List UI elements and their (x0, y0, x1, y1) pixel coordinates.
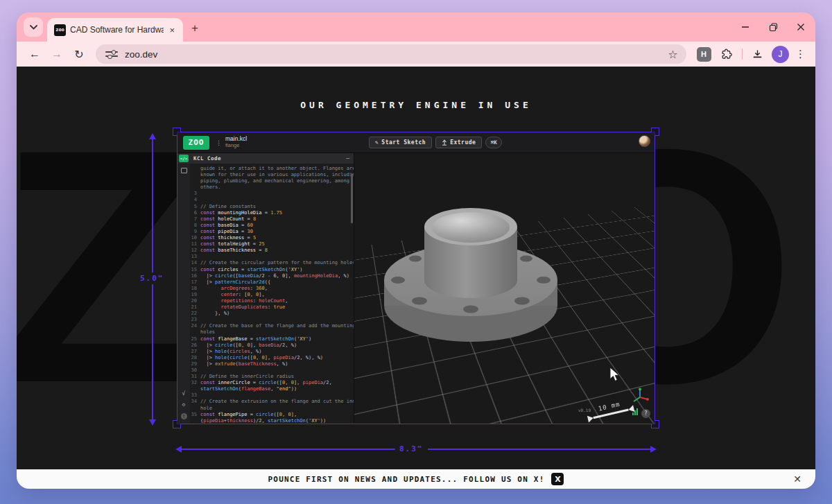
close-icon (797, 23, 805, 31)
browser-menu-button[interactable]: ⋮ (795, 48, 806, 60)
code-line[interactable]: guide it, or attach it to another object… (190, 166, 352, 172)
start-sketch-button[interactable]: ✎ Start Sketch (369, 137, 432, 148)
code-line[interactable]: 26 |> circle([0, 0], baseDia/2, %) (190, 342, 352, 349)
file-tree-icon[interactable] (181, 168, 187, 173)
flange-model[interactable] (367, 173, 575, 353)
code-line[interactable]: 34// Create the extrusion on the flange … (190, 399, 352, 405)
code-panel-title: KCL Code (193, 155, 221, 162)
code-line[interactable]: startSketchOn(flangeBase, "end")) (190, 386, 352, 392)
code-line[interactable]: 9const pipeDia = 30 (190, 229, 352, 235)
3d-viewport[interactable]: v0.19 10 mm ? (354, 153, 655, 424)
extension-h-button[interactable]: H (697, 47, 711, 62)
app-selection-frame: ZOO ⋮ main.kcl flange ✎ Start Sketch (177, 132, 655, 424)
code-line[interactable]: piping, plumbing, and mechanical enginee… (190, 178, 352, 184)
code-line[interactable]: known for their use in various applicati… (190, 172, 352, 178)
site-settings-icon[interactable] (104, 49, 119, 59)
code-line[interactable]: 13 (190, 254, 352, 260)
code-line[interactable]: 24// Create the base of the flange and a… (190, 323, 352, 329)
code-line[interactable]: hole (190, 406, 352, 412)
code-line[interactable]: 35const flangePipe = circle([0, 0], (190, 412, 352, 418)
code-line[interactable]: 31// Define the innerCircle radius (190, 374, 352, 380)
profile-avatar[interactable]: J (772, 46, 789, 63)
code-line[interactable]: 25const flangeBase = startSketchOn('XY') (190, 336, 352, 342)
command-palette-button[interactable]: ⌘K (485, 137, 502, 148)
x-logo-icon[interactable]: X (551, 473, 564, 485)
code-line[interactable]: 11const totalHeight = 25 (190, 241, 352, 247)
code-line[interactable]: 18 arcDegrees: 360, (190, 286, 352, 292)
tab-close-icon[interactable]: × (168, 25, 176, 35)
code-line[interactable]: 10const thickness = 5 (190, 235, 352, 241)
code-line[interactable]: 30 (190, 367, 352, 374)
minimize-icon (741, 23, 749, 31)
promo-banner: POUNCE FIRST ON NEWS AND UPDATES... FOLL… (17, 469, 815, 489)
zoo-logo[interactable]: ZOO (183, 136, 209, 150)
tab-strip: zoo CAD Software for Hardware De × + (17, 12, 815, 42)
code-panel-header[interactable]: </> KCL Code — (177, 153, 354, 164)
downloads-button[interactable] (749, 46, 765, 62)
code-editor[interactable]: guide it, or attach it to another object… (190, 164, 354, 424)
address-bar[interactable]: zoo.dev ☆ (96, 44, 686, 64)
code-line[interactable]: 27 |> hole(circles, %) (190, 349, 352, 355)
code-line[interactable]: others. (190, 184, 352, 191)
bookmark-star-icon[interactable]: ☆ (668, 48, 677, 61)
code-line[interactable]: 16 |> circle([baseDia/2 - 6, 0], mountin… (190, 273, 352, 279)
app-topbar: ZOO ⋮ main.kcl flange ✎ Start Sketch (177, 132, 655, 153)
code-line[interactable]: (pipeDia+thickness)/2, startSketchOn('XY… (190, 418, 352, 424)
code-line[interactable]: holes (190, 329, 352, 336)
code-line[interactable]: 20 repetitions: holeCount, (190, 298, 352, 304)
code-line[interactable]: 3 (190, 191, 352, 197)
window-controls (740, 12, 806, 42)
browser-window: zoo CAD Software for Hardware De × + ← →… (17, 12, 815, 489)
app-menu-dots-icon[interactable]: ⋮ (216, 139, 222, 146)
code-line[interactable]: 15const circles = startSketchOn('XY') (190, 267, 352, 273)
code-scrollbar[interactable] (351, 173, 353, 223)
forward-button[interactable]: → (48, 45, 66, 63)
code-line[interactable]: 32const innerCircle = circle([0, 0], pip… (190, 380, 352, 386)
zoo-design-studio: ZOO ⋮ main.kcl flange ✎ Start Sketch (177, 132, 655, 424)
network-status-icon (632, 408, 638, 415)
code-line[interactable]: 29 |> extrude(baseThickness, %) (190, 361, 352, 367)
close-window-button[interactable] (796, 22, 806, 32)
browser-tab[interactable]: zoo CAD Software for Hardware De × (47, 18, 183, 42)
banner-close-icon[interactable]: ✕ (793, 473, 801, 485)
code-line[interactable]: 33 (190, 392, 352, 399)
tab-search-button[interactable] (24, 17, 43, 37)
code-line[interactable]: 22 }, %) (190, 311, 352, 317)
extrude-label: Extrude (450, 139, 476, 146)
app-actions: ✎ Start Sketch Extrude ⌘K (369, 137, 502, 148)
code-icon: </> (179, 155, 189, 162)
puzzle-icon (721, 49, 733, 60)
code-line[interactable]: 12const baseThickness = 8 (190, 247, 352, 254)
minimize-button[interactable] (740, 22, 750, 32)
code-panel-icon-strip: √ ◇ ! (177, 164, 190, 424)
code-line[interactable]: 23 (190, 317, 352, 323)
app-user-avatar[interactable] (639, 135, 650, 147)
code-line[interactable]: 6const mountingHoleDia = 1.75 (190, 210, 352, 216)
code-line[interactable]: 21 rotateDuplicates: true (190, 304, 352, 311)
back-button[interactable]: ← (26, 45, 44, 63)
code-line[interactable]: 5// Define constants (190, 204, 352, 210)
panel-minimize-icon[interactable]: — (346, 155, 349, 162)
download-icon (752, 49, 763, 60)
gizmo-toggle-icon[interactable]: ◇ (182, 402, 186, 408)
extrude-button[interactable]: Extrude (435, 137, 482, 148)
file-info[interactable]: main.kcl flange (225, 136, 247, 148)
code-line[interactable]: 7const holeCount = 8 (190, 216, 352, 223)
axis-gizmo[interactable] (631, 388, 649, 406)
code-line[interactable]: 19 center: [0, 0], (190, 292, 352, 298)
url-text[interactable]: zoo.dev (125, 49, 668, 60)
restore-icon (769, 23, 778, 32)
code-line[interactable]: 8const baseDia = 60 (190, 223, 352, 229)
code-line[interactable]: 14// Create the circular pattern for the… (190, 260, 352, 266)
code-line[interactable]: 17 |> patternCircular2d({ (190, 279, 352, 286)
new-tab-button[interactable]: + (191, 21, 198, 35)
page-title: OUR GEOMETRY ENGINE IN USE (17, 100, 815, 110)
extensions-puzzle-button[interactable] (719, 46, 736, 62)
code-line[interactable]: 28 |> hole(circle([0, 0], pipeDia/2, %),… (190, 355, 352, 361)
code-line[interactable]: 4 (190, 197, 352, 203)
issues-icon[interactable]: ! (181, 413, 187, 419)
reload-button[interactable]: ↻ (70, 45, 88, 63)
restore-button[interactable] (768, 22, 778, 32)
help-button[interactable]: ? (641, 409, 650, 418)
variables-sqrt-icon[interactable]: √ (182, 391, 186, 397)
